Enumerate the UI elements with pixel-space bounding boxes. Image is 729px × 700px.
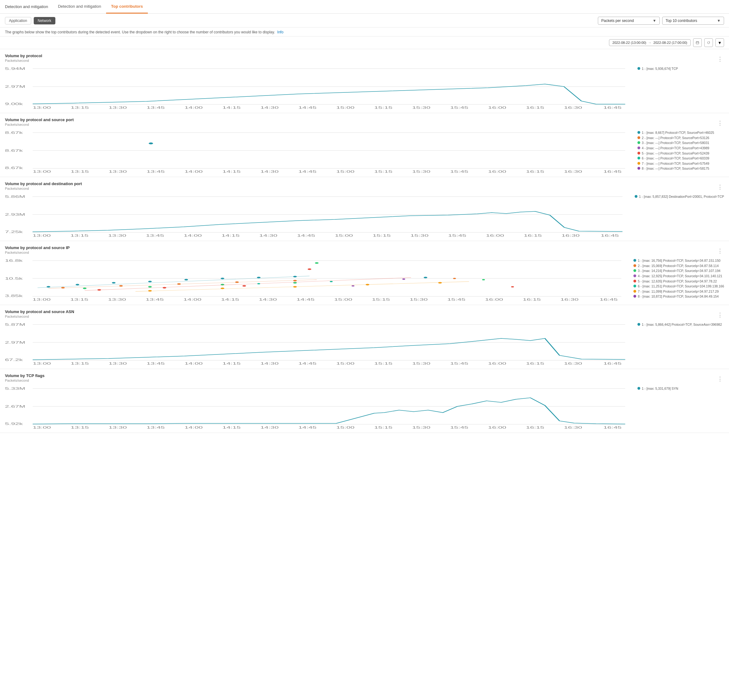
svg-text:15:45: 15:45 <box>450 170 468 173</box>
metric-dropdown[interactable]: Packets per second ▼ <box>598 17 660 25</box>
legend-item: 2 - [max: ---] Protocol=TCP, SourcePort=… <box>638 136 724 140</box>
legend-tcp-flags: 1 - [max: 5,331,679] SYN <box>638 386 724 391</box>
svg-line-85 <box>38 276 309 288</box>
svg-text:16:15: 16:15 <box>524 234 542 237</box>
legend-item: 3 - [max: 14,216] Protocol=TCP, SourceIp… <box>633 269 724 273</box>
chart-area-source-asn: 5.87M 2.97M 67.2k 13:00 13:15 13:30 13:4… <box>5 322 724 365</box>
chart-more-source-ip[interactable]: ⋮ <box>716 248 724 254</box>
svg-text:16:30: 16:30 <box>561 234 579 237</box>
sub-tab-application[interactable]: Application <box>5 17 31 25</box>
svg-text:14:15: 14:15 <box>222 362 241 365</box>
svg-text:15:45: 15:45 <box>450 106 468 109</box>
chart-title-source-asn: Volume by protocol and source ASN <box>5 309 74 314</box>
chart-title-source-ip: Volume by protocol and source IP <box>5 245 70 250</box>
chart-source-ip: Volume by protocol and source IP Packets… <box>0 241 729 305</box>
svg-text:13:30: 13:30 <box>109 426 127 429</box>
chart-ylabel-source-port: Packets/second <box>5 123 74 126</box>
legend-item: 1 - [max: 5,331,679] SYN <box>638 387 724 391</box>
svg-text:15:15: 15:15 <box>373 234 391 237</box>
svg-text:15:00: 15:00 <box>336 362 354 365</box>
chart-source-port: Volume by protocol and source port Packe… <box>0 113 729 177</box>
svg-rect-0 <box>696 41 699 44</box>
svg-point-90 <box>293 280 297 281</box>
chart-dest-port: Volume by protocol and destination port … <box>0 177 729 241</box>
legend-dot <box>635 195 638 198</box>
chart-more-protocol[interactable]: ⋮ <box>716 56 724 62</box>
svg-text:16:00: 16:00 <box>486 234 504 237</box>
tab-top-contributors[interactable]: Top contributors <box>106 0 148 14</box>
svg-text:16:15: 16:15 <box>526 426 545 429</box>
refresh-button[interactable] <box>704 38 713 47</box>
sub-tab-network[interactable]: Network <box>34 17 55 25</box>
legend-dot <box>638 146 640 149</box>
legend-dot <box>638 67 640 70</box>
svg-text:16:00: 16:00 <box>488 106 506 109</box>
calendar-button[interactable] <box>693 38 702 47</box>
svg-text:16:45: 16:45 <box>601 234 619 237</box>
legend-item: 4 - [max: ---] Protocol=TCP, SourcePort=… <box>638 146 724 151</box>
svg-text:16:45: 16:45 <box>603 170 622 173</box>
more-date-button[interactable]: ▼ <box>715 38 724 47</box>
charts-container: Volume by protocol Packets/second ⋮ 5.94… <box>0 49 729 433</box>
legend-item: 7 - [max: 11,099] Protocol=TCP, SourceIp… <box>633 290 724 294</box>
svg-text:5.94M: 5.94M <box>5 67 25 71</box>
legend-item: 2 - [max: 15,069] Protocol=TCP, SourceIp… <box>633 264 724 268</box>
chart-more-dest-port[interactable]: ⋮ <box>716 184 724 190</box>
metric-dropdown-arrow: ▼ <box>653 19 656 23</box>
svg-text:14:45: 14:45 <box>298 170 317 173</box>
svg-text:15:00: 15:00 <box>334 298 352 301</box>
legend-item: 8 - [max: 10,872] Protocol=TCP, SourceIp… <box>633 294 724 299</box>
svg-text:15:00: 15:00 <box>336 170 354 173</box>
svg-text:13:30: 13:30 <box>108 234 126 237</box>
svg-text:13:15: 13:15 <box>70 298 89 301</box>
legend-dot <box>638 141 640 144</box>
svg-text:5.33M: 5.33M <box>5 387 25 390</box>
svg-text:16:45: 16:45 <box>603 426 622 429</box>
svg-text:13:45: 13:45 <box>147 426 165 429</box>
chart-area-protocol: 5.94M 2.97M 9.00k 13:00 13:15 13:30 13:4… <box>5 65 724 110</box>
svg-text:8.67k: 8.67k <box>5 166 23 170</box>
svg-text:16:30: 16:30 <box>564 106 582 109</box>
legend-dot <box>638 157 640 159</box>
legend-item: 5 - [max: ---] Protocol=TCP, SourcePort=… <box>638 151 724 156</box>
chart-more-source-port[interactable]: ⋮ <box>716 120 724 126</box>
svg-text:14:30: 14:30 <box>260 362 279 365</box>
svg-text:14:45: 14:45 <box>298 362 317 365</box>
date-bar: 2022-08-22 (13:00:00) → 2022-08-22 (17:0… <box>0 36 729 49</box>
svg-text:2.97M: 2.97M <box>5 341 25 344</box>
svg-text:16:00: 16:00 <box>485 298 503 301</box>
chart-svg-source-port: 8.67k 8.67k 8.67k 13:00 13:15 13:30 13:4… <box>5 129 633 174</box>
chart-more-tcp-flags[interactable]: ⋮ <box>716 376 724 382</box>
svg-point-93 <box>148 286 152 288</box>
date-start: 2022-08-22 (13:00:00) <box>612 41 646 45</box>
header-controls: Packets per second ▼ Top 10 contributors… <box>598 17 724 25</box>
svg-text:14:45: 14:45 <box>296 298 315 301</box>
legend-item: 1 - [max: 16,756] Protocol=TCP, SourceIp… <box>633 259 724 263</box>
chart-more-source-asn[interactable]: ⋮ <box>716 312 724 318</box>
svg-text:14:15: 14:15 <box>221 298 240 301</box>
svg-text:13:00: 13:00 <box>33 106 51 109</box>
legend-source-asn: 1 - [max: 5,866,442] Protocol=TCP, Sourc… <box>638 322 724 327</box>
svg-text:5.92k: 5.92k <box>5 422 23 426</box>
legend-item: 6 - [max: ---] Protocol=TCP, SourcePort=… <box>638 157 724 161</box>
svg-text:15:45: 15:45 <box>448 234 466 237</box>
svg-text:14:15: 14:15 <box>222 426 241 429</box>
legend-item: 1 - [max: 5,857,832] DestinationPort=200… <box>635 195 724 199</box>
topn-dropdown[interactable]: Top 10 contributors ▼ <box>662 17 724 25</box>
svg-text:14:45: 14:45 <box>298 106 317 109</box>
svg-text:13:30: 13:30 <box>109 362 127 365</box>
legend-dot <box>638 167 640 170</box>
svg-text:13:45: 13:45 <box>146 298 164 301</box>
tab-detection[interactable]: Detection and mitigation <box>53 0 106 14</box>
info-link[interactable]: Info <box>277 30 283 34</box>
svg-text:14:45: 14:45 <box>298 426 317 429</box>
svg-text:14:00: 14:00 <box>184 426 203 429</box>
svg-text:13:15: 13:15 <box>71 426 89 429</box>
svg-text:16:30: 16:30 <box>564 170 582 173</box>
svg-text:13:45: 13:45 <box>147 362 165 365</box>
svg-text:16:15: 16:15 <box>526 170 545 173</box>
topn-dropdown-arrow: ▼ <box>717 19 721 23</box>
svg-text:2.97M: 2.97M <box>5 85 25 88</box>
svg-point-79 <box>112 282 116 284</box>
legend-dot <box>638 387 640 390</box>
